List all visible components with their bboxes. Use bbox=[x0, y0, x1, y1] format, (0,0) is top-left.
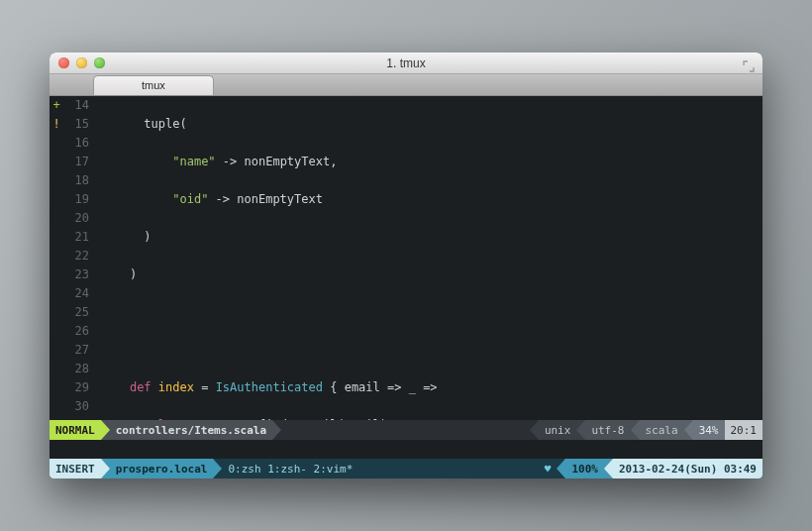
code-area[interactable]: tuple( "name" -> nonEmptyText, "oid" -> … bbox=[97, 96, 762, 420]
vim-statusline: NORMAL controllers/Items.scala unix utf-… bbox=[50, 420, 762, 440]
heart-icon: ♥ bbox=[539, 459, 558, 478]
editor-pane[interactable]: + ! 14 15 16 17 18 19 20 21 22 23 24 25 … bbox=[50, 96, 762, 420]
scroll-percent: 34% bbox=[693, 420, 725, 440]
traffic-lights bbox=[58, 57, 105, 68]
gap-row bbox=[50, 440, 762, 459]
vim-mode: NORMAL bbox=[50, 420, 101, 440]
minimize-icon[interactable] bbox=[76, 57, 87, 68]
code-line: tuple( bbox=[101, 115, 762, 134]
sign-added: + bbox=[50, 96, 63, 115]
code-line: ) bbox=[101, 266, 762, 284]
code-line: def index = IsAuthenticated { email => _… bbox=[101, 378, 762, 397]
battery-percent: 100% bbox=[565, 459, 604, 478]
titlebar[interactable]: 1. tmux bbox=[50, 53, 762, 74]
tmux-windows[interactable]: 0:zsh 1:zsh- 2:vim* bbox=[222, 459, 538, 478]
code-line bbox=[101, 341, 762, 360]
tab-bar: tmux bbox=[50, 74, 762, 96]
line-numbers: 14 15 16 17 18 19 20 21 22 23 24 25 26 2… bbox=[63, 96, 97, 420]
filetype: scala bbox=[640, 420, 684, 440]
file-path: controllers/Items.scala bbox=[110, 420, 272, 440]
file-charset: utf-8 bbox=[585, 420, 630, 440]
code-line: ) bbox=[101, 228, 762, 247]
file-encoding: unix bbox=[539, 420, 577, 440]
code-line: "oid" -> nonEmptyText bbox=[101, 190, 762, 209]
zoom-icon[interactable] bbox=[94, 57, 105, 68]
code-line: "name" -> nonEmptyText, bbox=[101, 153, 762, 171]
cursor-position: 20:1 bbox=[725, 420, 763, 440]
window-title: 1. tmux bbox=[50, 56, 762, 70]
fullscreen-icon[interactable] bbox=[743, 57, 755, 69]
datetime: 2013-02-24(Sun) 03:49 bbox=[613, 459, 762, 478]
tmux-mode: INSERT bbox=[50, 459, 101, 478]
close-icon[interactable] bbox=[58, 57, 69, 68]
tmux-statusline: INSERT prospero.local 0:zsh 1:zsh- 2:vim… bbox=[50, 459, 762, 478]
sign-column: + ! bbox=[50, 96, 63, 420]
sign-modified: ! bbox=[50, 115, 63, 134]
terminal-window: 1. tmux tmux + ! 14 bbox=[50, 53, 762, 478]
code-line bbox=[101, 303, 762, 322]
hostname: prospero.local bbox=[110, 459, 214, 478]
tab-tmux[interactable]: tmux bbox=[93, 75, 214, 95]
